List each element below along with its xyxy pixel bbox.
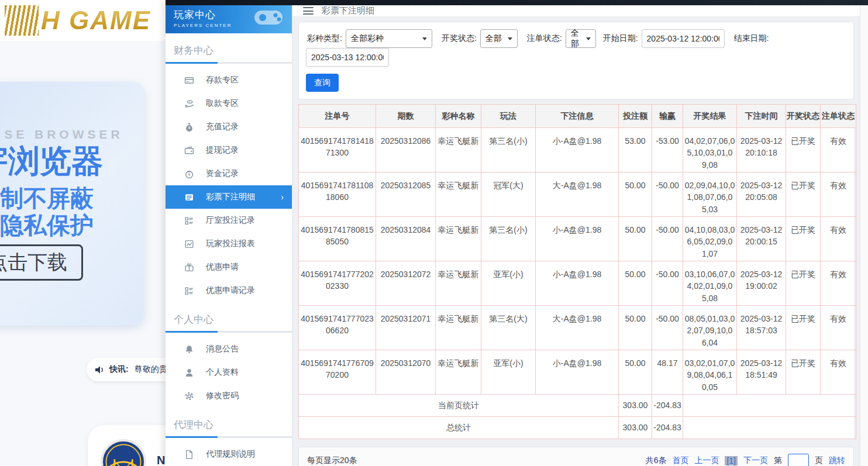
hand-coin-icon: [184, 99, 194, 109]
speaker-icon: [95, 365, 105, 374]
summary-empty: [683, 395, 856, 417]
chevron-down-icon: [586, 37, 591, 40]
cell-draw-status: 已开奖: [786, 217, 821, 261]
summary-winloss-total: -204.83: [652, 417, 683, 439]
cell-bet-id: 401569174177702306620: [299, 306, 376, 350]
cell-draw-result: 03,02,01,07,09,08,04,06,10,05: [683, 350, 737, 395]
cell-draw-status: 已开奖: [786, 350, 821, 395]
logo-stripes-decoration: [5, 5, 39, 36]
sidebar-item-label: 彩票下注明细: [206, 192, 255, 202]
sidebar-item-funds-records[interactable]: ¥ 资金记录: [166, 162, 292, 185]
download-button[interactable]: 点击下载: [0, 244, 83, 281]
page-size-text: 每页显示20条: [307, 455, 357, 466]
sidebar-item-label: 代理规则说明: [206, 449, 255, 460]
sidebar-item-change-password[interactable]: 修改密码: [166, 384, 292, 408]
sidebar-item-label: 优惠申请记录: [206, 285, 255, 296]
start-date-input[interactable]: [642, 29, 725, 48]
col-winloss: 输赢: [652, 105, 683, 128]
draw-status-select[interactable]: 全部: [480, 29, 518, 48]
cell-bet-amount: 50.00: [619, 172, 652, 217]
cell-draw-result: 02,09,04,10,01,08,07,06,05,03: [683, 172, 737, 217]
section-rule: [166, 331, 292, 333]
sidebar-item-promo-apply[interactable]: 优惠申请: [166, 256, 292, 279]
sidebar-item-label: 个人资料: [206, 367, 239, 378]
cell-bet-id: 401569174178141871300: [299, 128, 376, 172]
sidebar-item-lottery-bet-details[interactable]: 彩票下注明细 ›: [166, 185, 292, 209]
sidebar-item-deposit-zone[interactable]: 存款专区: [166, 68, 292, 92]
wallet-icon: [184, 146, 194, 156]
cell-period: 20250312086: [376, 128, 436, 172]
summary-winloss-total: -204.83: [652, 395, 683, 417]
bets-table-container: 注单号 期数 彩种名称 玩法 下注信息 投注额 输赢 开奖结果 下注时间 开奖状…: [298, 104, 854, 439]
summary-bet-total: 303.00: [619, 417, 652, 439]
sidebar-item-recharge-records[interactable]: ¥ 充值记录: [166, 115, 292, 139]
next-page-link[interactable]: 下一页: [743, 455, 768, 466]
cell-bet-id: 401569174178081585050: [299, 217, 376, 261]
browser-promo-banner[interactable]: ERSE BROWSER 宇浏览器 限制不屏蔽 则隐私保护 点击下载: [0, 82, 144, 326]
cell-bet-time: 2025-03-12 20:00:15: [737, 217, 786, 261]
sidebar-item-announcements[interactable]: 消息公告: [166, 337, 292, 361]
main-toolbar: 彩票下注明细: [292, 5, 868, 17]
gift-icon: [184, 263, 194, 272]
menu-toggle-icon[interactable]: [303, 7, 314, 15]
lottery-type-select[interactable]: 全部彩种: [346, 29, 432, 48]
col-bet-id: 注单号: [299, 105, 376, 128]
gamepad-icon: [251, 5, 286, 28]
sidebar-item-withdrawal-records[interactable]: 提现记录: [166, 139, 292, 162]
cell-order-status: 有效: [821, 261, 856, 306]
prev-page-link[interactable]: 上一页: [694, 455, 719, 466]
col-play-type: 玩法: [481, 105, 536, 128]
col-draw-status: 开奖状态: [786, 105, 821, 128]
table-header-row: 注单号 期数 彩种名称 玩法 下注信息 投注额 输赢 开奖结果 下注时间 开奖状…: [299, 105, 856, 128]
cell-winloss: -50.00: [652, 261, 683, 306]
jump-button[interactable]: 跳转: [829, 455, 845, 466]
chart-icon: [184, 239, 194, 249]
cell-bet-time: 2025-03-12 20:05:08: [737, 172, 786, 217]
sidebar-item-player-bet-report[interactable]: 玩家投注报表: [166, 232, 292, 256]
cell-period: 20250312085: [376, 172, 436, 217]
sidebar-item-promo-apply-records[interactable]: 优惠申请记录: [166, 279, 292, 302]
svg-text:¥: ¥: [188, 126, 191, 130]
sidebar-item-label: 厅室投注记录: [206, 215, 255, 226]
summary-label: 总统计: [299, 417, 619, 439]
sidebar-item-withdraw-zone[interactable]: 取款专区: [166, 92, 292, 115]
current-page-badge[interactable]: [1]: [725, 456, 738, 465]
end-date-input[interactable]: [306, 48, 389, 67]
cell-bet-time: 2025-03-12 20:10:18: [737, 128, 786, 172]
money-bag-icon: ¥: [184, 122, 194, 132]
sidebar-item-label: 取款专区: [206, 98, 239, 109]
scrollbar-track[interactable]: [860, 5, 868, 466]
cell-draw-status: 已开奖: [786, 172, 821, 217]
bets-table: 注单号 期数 彩种名称 玩法 下注信息 投注额 输赢 开奖结果 下注时间 开奖状…: [298, 104, 856, 439]
main-content: 彩票下注明细 彩种类型: 全部彩种 开奖状态: 全部 注单状态: 全部 开始日期…: [292, 0, 868, 466]
table-row: 401569174177702306620 20250312071 幸运飞艇新 …: [299, 306, 856, 350]
jump-page-input[interactable]: [788, 454, 809, 466]
sidebar-item-hall-bet-records[interactable]: 厅室投注记录: [166, 209, 292, 232]
table-row: 401569174177720202330 20250312072 幸运飞艇新 …: [299, 261, 856, 306]
search-button[interactable]: 查询: [306, 74, 339, 92]
cell-winloss: -50.00: [652, 217, 683, 261]
col-bet-info: 下注信息: [536, 105, 619, 128]
col-bet-time: 下注时间: [737, 105, 786, 128]
page-summary-row: 当前页统计 303.00 -204.83: [299, 395, 856, 417]
col-period: 期数: [376, 105, 436, 128]
sidebar-item-agent-rules[interactable]: 代理规则说明: [166, 443, 292, 466]
cell-lottery-name: 幸运飞艇新: [436, 306, 481, 350]
first-page-link[interactable]: 首页: [672, 455, 688, 466]
pagination-bar: 每页显示20条 共6条 首页 上一页 [1] 下一页 第 页 跳转: [298, 447, 854, 466]
cell-order-status: 有效: [821, 128, 856, 172]
order-status-select[interactable]: 全部: [566, 29, 596, 48]
cell-bet-info: 小-A盘@1.98: [536, 128, 619, 172]
coin-purse-icon: ¥: [184, 169, 194, 179]
sidebar-item-profile[interactable]: 个人资料: [166, 361, 292, 384]
cell-bet-amount: 50.00: [619, 261, 652, 306]
bell-icon: [184, 344, 194, 354]
gear-icon: [184, 391, 194, 401]
banner-title: 宇浏览器: [0, 140, 103, 183]
list-check-icon: [184, 286, 194, 296]
cell-lottery-name: 幸运飞艇新: [436, 128, 481, 172]
banner-subtitle: ERSE BROWSER: [0, 127, 123, 141]
cell-winloss: -50.00: [652, 172, 683, 217]
section-title-personal: 个人中心: [166, 302, 292, 331]
summary-label: 当前页统计: [299, 395, 619, 417]
